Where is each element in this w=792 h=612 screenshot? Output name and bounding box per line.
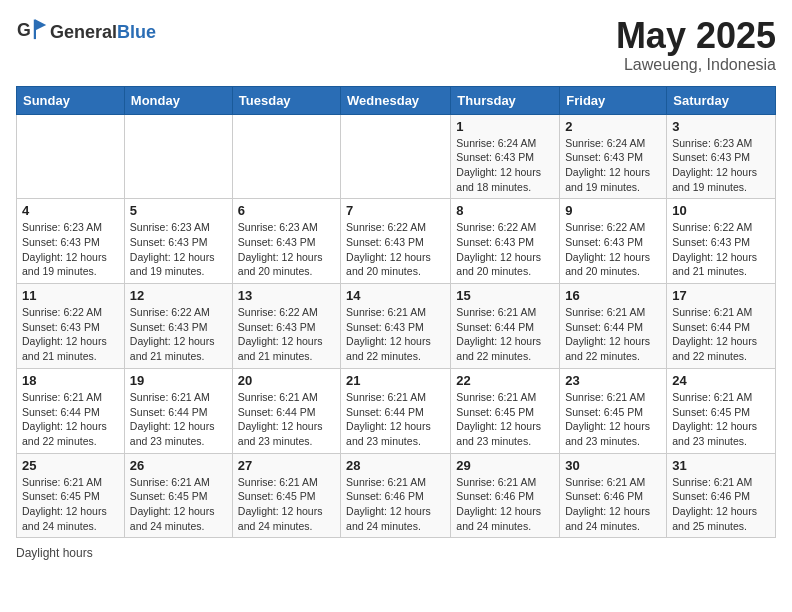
day-number: 20 <box>238 373 335 388</box>
day-info: Sunrise: 6:22 AMSunset: 6:43 PMDaylight:… <box>130 305 227 364</box>
day-info: Sunrise: 6:21 AMSunset: 6:46 PMDaylight:… <box>565 475 661 534</box>
day-info: Sunrise: 6:21 AMSunset: 6:46 PMDaylight:… <box>672 475 770 534</box>
calendar-cell: 5Sunrise: 6:23 AMSunset: 6:43 PMDaylight… <box>124 199 232 284</box>
day-number: 2 <box>565 119 661 134</box>
calendar-cell: 8Sunrise: 6:22 AMSunset: 6:43 PMDaylight… <box>451 199 560 284</box>
calendar-week-row: 18Sunrise: 6:21 AMSunset: 6:44 PMDayligh… <box>17 368 776 453</box>
calendar-cell: 7Sunrise: 6:22 AMSunset: 6:43 PMDaylight… <box>341 199 451 284</box>
calendar-cell: 30Sunrise: 6:21 AMSunset: 6:46 PMDayligh… <box>560 453 667 538</box>
calendar-cell: 2Sunrise: 6:24 AMSunset: 6:43 PMDaylight… <box>560 114 667 199</box>
day-info: Sunrise: 6:21 AMSunset: 6:45 PMDaylight:… <box>238 475 335 534</box>
day-info: Sunrise: 6:23 AMSunset: 6:43 PMDaylight:… <box>238 220 335 279</box>
day-number: 1 <box>456 119 554 134</box>
day-info: Sunrise: 6:21 AMSunset: 6:45 PMDaylight:… <box>565 390 661 449</box>
day-number: 21 <box>346 373 445 388</box>
day-number: 8 <box>456 203 554 218</box>
calendar-cell: 26Sunrise: 6:21 AMSunset: 6:45 PMDayligh… <box>124 453 232 538</box>
day-info: Sunrise: 6:23 AMSunset: 6:43 PMDaylight:… <box>130 220 227 279</box>
day-number: 22 <box>456 373 554 388</box>
day-number: 26 <box>130 458 227 473</box>
day-number: 14 <box>346 288 445 303</box>
calendar-week-row: 4Sunrise: 6:23 AMSunset: 6:43 PMDaylight… <box>17 199 776 284</box>
calendar-cell: 4Sunrise: 6:23 AMSunset: 6:43 PMDaylight… <box>17 199 125 284</box>
day-info: Sunrise: 6:22 AMSunset: 6:43 PMDaylight:… <box>238 305 335 364</box>
weekday-header: Tuesday <box>232 86 340 114</box>
day-info: Sunrise: 6:21 AMSunset: 6:46 PMDaylight:… <box>456 475 554 534</box>
weekday-header: Wednesday <box>341 86 451 114</box>
calendar-cell: 18Sunrise: 6:21 AMSunset: 6:44 PMDayligh… <box>17 368 125 453</box>
day-number: 30 <box>565 458 661 473</box>
calendar-cell: 20Sunrise: 6:21 AMSunset: 6:44 PMDayligh… <box>232 368 340 453</box>
logo-icon: G <box>16 16 48 48</box>
day-number: 28 <box>346 458 445 473</box>
weekday-header: Saturday <box>667 86 776 114</box>
day-number: 29 <box>456 458 554 473</box>
day-number: 19 <box>130 373 227 388</box>
weekday-header: Friday <box>560 86 667 114</box>
day-info: Sunrise: 6:22 AMSunset: 6:43 PMDaylight:… <box>672 220 770 279</box>
calendar-week-row: 25Sunrise: 6:21 AMSunset: 6:45 PMDayligh… <box>17 453 776 538</box>
day-number: 17 <box>672 288 770 303</box>
calendar-cell: 13Sunrise: 6:22 AMSunset: 6:43 PMDayligh… <box>232 284 340 369</box>
weekday-header: Monday <box>124 86 232 114</box>
day-info: Sunrise: 6:21 AMSunset: 6:44 PMDaylight:… <box>130 390 227 449</box>
day-number: 13 <box>238 288 335 303</box>
day-info: Sunrise: 6:21 AMSunset: 6:44 PMDaylight:… <box>672 305 770 364</box>
day-info: Sunrise: 6:21 AMSunset: 6:46 PMDaylight:… <box>346 475 445 534</box>
day-number: 9 <box>565 203 661 218</box>
logo-text-general: General <box>50 22 117 42</box>
calendar-cell: 15Sunrise: 6:21 AMSunset: 6:44 PMDayligh… <box>451 284 560 369</box>
day-number: 4 <box>22 203 119 218</box>
day-info: Sunrise: 6:21 AMSunset: 6:45 PMDaylight:… <box>672 390 770 449</box>
day-number: 12 <box>130 288 227 303</box>
day-info: Sunrise: 6:24 AMSunset: 6:43 PMDaylight:… <box>565 136 661 195</box>
calendar-cell <box>232 114 340 199</box>
day-number: 27 <box>238 458 335 473</box>
calendar-cell: 10Sunrise: 6:22 AMSunset: 6:43 PMDayligh… <box>667 199 776 284</box>
calendar-cell: 23Sunrise: 6:21 AMSunset: 6:45 PMDayligh… <box>560 368 667 453</box>
calendar-table: SundayMondayTuesdayWednesdayThursdayFrid… <box>16 86 776 539</box>
calendar-week-row: 1Sunrise: 6:24 AMSunset: 6:43 PMDaylight… <box>17 114 776 199</box>
day-number: 16 <box>565 288 661 303</box>
calendar-cell: 19Sunrise: 6:21 AMSunset: 6:44 PMDayligh… <box>124 368 232 453</box>
calendar-cell <box>124 114 232 199</box>
day-info: Sunrise: 6:21 AMSunset: 6:44 PMDaylight:… <box>22 390 119 449</box>
day-info: Sunrise: 6:22 AMSunset: 6:43 PMDaylight:… <box>565 220 661 279</box>
svg-rect-3 <box>34 20 36 40</box>
day-info: Sunrise: 6:21 AMSunset: 6:44 PMDaylight:… <box>346 390 445 449</box>
title-block: May 2025 Laweueng, Indonesia <box>616 16 776 74</box>
day-info: Sunrise: 6:23 AMSunset: 6:43 PMDaylight:… <box>22 220 119 279</box>
day-number: 3 <box>672 119 770 134</box>
day-number: 24 <box>672 373 770 388</box>
footer-note: Daylight hours <box>16 546 776 560</box>
day-info: Sunrise: 6:23 AMSunset: 6:43 PMDaylight:… <box>672 136 770 195</box>
calendar-cell: 6Sunrise: 6:23 AMSunset: 6:43 PMDaylight… <box>232 199 340 284</box>
calendar-cell: 17Sunrise: 6:21 AMSunset: 6:44 PMDayligh… <box>667 284 776 369</box>
calendar-header-row: SundayMondayTuesdayWednesdayThursdayFrid… <box>17 86 776 114</box>
month-title: May 2025 <box>616 16 776 56</box>
calendar-cell: 29Sunrise: 6:21 AMSunset: 6:46 PMDayligh… <box>451 453 560 538</box>
calendar-cell <box>17 114 125 199</box>
calendar-cell: 3Sunrise: 6:23 AMSunset: 6:43 PMDaylight… <box>667 114 776 199</box>
day-info: Sunrise: 6:21 AMSunset: 6:45 PMDaylight:… <box>130 475 227 534</box>
day-number: 10 <box>672 203 770 218</box>
calendar-cell: 11Sunrise: 6:22 AMSunset: 6:43 PMDayligh… <box>17 284 125 369</box>
page-header: G GeneralBlue May 2025 Laweueng, Indones… <box>16 16 776 74</box>
calendar-cell: 1Sunrise: 6:24 AMSunset: 6:43 PMDaylight… <box>451 114 560 199</box>
calendar-cell: 22Sunrise: 6:21 AMSunset: 6:45 PMDayligh… <box>451 368 560 453</box>
day-number: 25 <box>22 458 119 473</box>
calendar-cell: 24Sunrise: 6:21 AMSunset: 6:45 PMDayligh… <box>667 368 776 453</box>
day-number: 23 <box>565 373 661 388</box>
day-number: 7 <box>346 203 445 218</box>
logo: G GeneralBlue <box>16 16 156 48</box>
day-info: Sunrise: 6:21 AMSunset: 6:45 PMDaylight:… <box>22 475 119 534</box>
calendar-cell <box>341 114 451 199</box>
day-info: Sunrise: 6:21 AMSunset: 6:44 PMDaylight:… <box>238 390 335 449</box>
day-number: 11 <box>22 288 119 303</box>
day-number: 5 <box>130 203 227 218</box>
day-info: Sunrise: 6:24 AMSunset: 6:43 PMDaylight:… <box>456 136 554 195</box>
calendar-cell: 14Sunrise: 6:21 AMSunset: 6:43 PMDayligh… <box>341 284 451 369</box>
day-number: 31 <box>672 458 770 473</box>
calendar-cell: 12Sunrise: 6:22 AMSunset: 6:43 PMDayligh… <box>124 284 232 369</box>
weekday-header: Thursday <box>451 86 560 114</box>
